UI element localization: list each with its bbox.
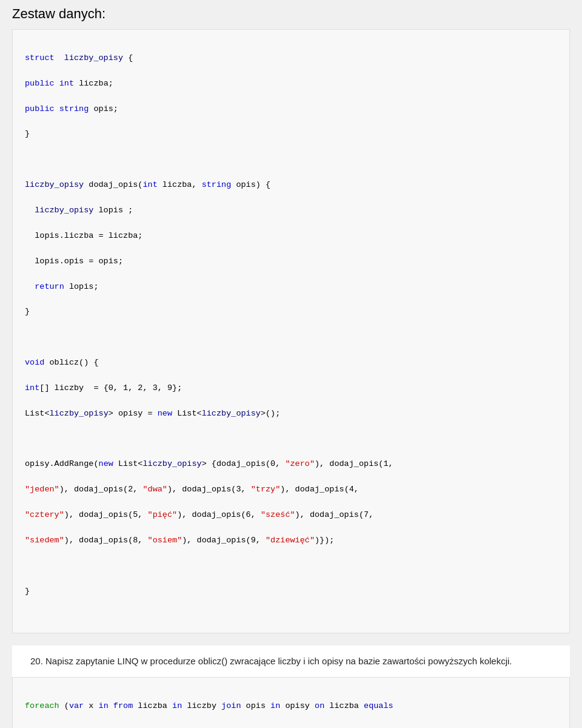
page-title: Zestaw danych:: [12, 6, 570, 22]
question-20-number: 20.: [30, 656, 43, 666]
answer-20-code-block: foreach (var x in from liczba in liczby …: [12, 677, 570, 728]
dataset-code-block: struct liczby_opisy { public int liczba;…: [12, 29, 570, 633]
question-20-text: Napisz zapytanie LINQ w procedurze oblic…: [45, 656, 512, 666]
page-container: Zestaw danych: struct liczby_opisy { pub…: [0, 0, 582, 728]
question-20: 20. Napisz zapytanie LINQ w procedurze o…: [12, 645, 570, 677]
